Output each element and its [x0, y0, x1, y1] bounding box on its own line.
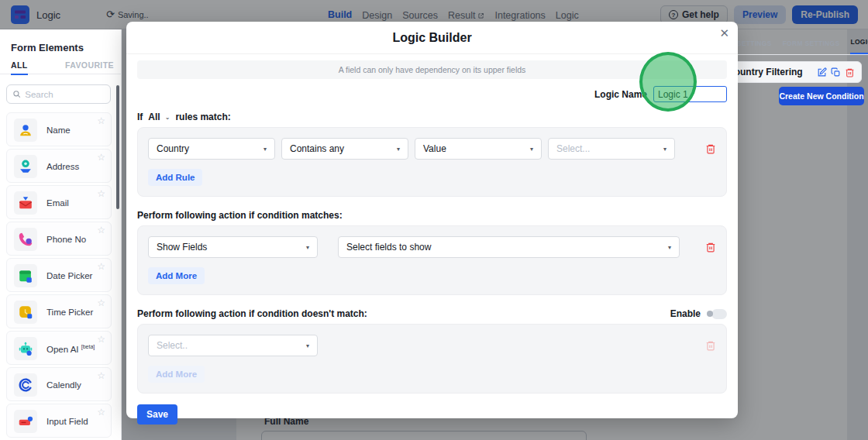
robot-icon [17, 340, 34, 357]
chevron-down-icon: ▾ [663, 146, 666, 153]
match-type-select[interactable]: All ⌄ [148, 112, 170, 122]
favourite-star-icon[interactable]: ☆ [97, 334, 105, 345]
tab-logic-settings[interactable]: LOGIC [850, 38, 868, 54]
chevron-down-icon: ▾ [668, 244, 671, 251]
create-new-condition-button[interactable]: Create New Condition [779, 87, 864, 105]
logic-name-input[interactable] [653, 86, 727, 102]
sidebar-search-box [6, 84, 111, 104]
enable-label: Enable [670, 308, 701, 319]
sidebar-scrollbar[interactable] [116, 85, 119, 209]
sidebar-title: Form Elements [11, 42, 84, 53]
no-match-action-container: Select.. ▾ Add More [137, 324, 727, 394]
favourite-star-icon[interactable]: ☆ [97, 115, 105, 126]
sidebar-tab-favourite[interactable]: FAVOURITE [65, 60, 114, 74]
match-action-container: Show Fields ▾ Select fields to show ▾ Ad… [137, 225, 727, 295]
chevron-down-icon: ▾ [306, 342, 309, 349]
element-item-address[interactable]: Address ☆ [6, 149, 112, 183]
chevron-down-icon: ▾ [306, 244, 309, 251]
input-field-icon [17, 413, 34, 430]
edit-icon[interactable] [817, 67, 827, 77]
app-screen: Logic ⟳ Saving.. Build Design Sources Re… [0, 0, 868, 440]
save-button[interactable]: Save [137, 404, 177, 425]
location-pin-icon [17, 158, 34, 175]
condition-name: Country Filtering [728, 67, 803, 77]
clock-icon [17, 304, 34, 321]
delete-action-button[interactable] [705, 242, 716, 253]
calendly-icon [17, 376, 34, 394]
rules-container: Country ▾ Contains any ▾ Value ▾ Select.… [137, 127, 727, 197]
duplicate-icon[interactable] [831, 67, 841, 77]
element-item-calendly[interactable]: Calendly ☆ [6, 367, 112, 401]
if-label: If [137, 112, 143, 122]
sidebar-element-list: Name ☆ Address ☆ Email ☆ Phone No ☆ Date [6, 112, 112, 440]
add-more-no-match-button[interactable]: Add More [148, 366, 205, 383]
favourite-star-icon[interactable]: ☆ [97, 225, 105, 235]
search-input[interactable] [25, 90, 105, 99]
condition-match-row: If All ⌄ rules match: [137, 112, 727, 122]
sidebar-tab-all[interactable]: ALL [11, 60, 28, 75]
favourite-star-icon[interactable]: ☆ [97, 152, 105, 163]
delete-icon[interactable] [845, 67, 855, 77]
no-match-action-select[interactable]: Select.. ▾ [148, 335, 318, 356]
envelope-icon [17, 194, 34, 211]
rule-value-type-select[interactable]: Value ▾ [415, 138, 542, 160]
element-item-name[interactable]: Name ☆ [6, 112, 112, 146]
rules-match-label: rules match: [175, 112, 230, 122]
tab-form-settings[interactable]: FORM SETTINGS [783, 40, 840, 54]
add-rule-button[interactable]: Add Rule [148, 169, 202, 186]
modal-title: Logic Builder [126, 22, 738, 45]
logic-condition-card: Country Filtering [719, 61, 862, 83]
favourite-star-icon[interactable]: ☆ [97, 188, 105, 199]
favourite-star-icon[interactable]: ☆ [97, 407, 105, 418]
delete-no-match-action-button[interactable] [705, 340, 716, 351]
sidebar-tabs: ALL FAVOURITE [0, 60, 122, 74]
trash-icon [705, 242, 716, 253]
rule-value-select[interactable]: Select... ▾ [548, 138, 675, 160]
trash-icon [705, 143, 716, 154]
phone-icon [17, 231, 34, 248]
chevron-down-icon: ▾ [397, 146, 400, 153]
form-elements-sidebar: Form Elements ALL FAVOURITE Name ☆ Addre… [0, 29, 122, 440]
person-icon [17, 122, 34, 139]
rule-field-select[interactable]: Country ▾ [148, 138, 275, 160]
element-item-input-field[interactable]: Input Field ☆ [6, 404, 112, 438]
element-item-open-ai[interactable]: Open AI [beta] ☆ [6, 331, 112, 365]
chevron-down-icon: ⌄ [165, 114, 170, 121]
chevron-down-icon: ▾ [264, 146, 267, 153]
element-item-time-picker[interactable]: Time Picker ☆ [6, 294, 112, 328]
logic-builder-modal: ✕ Logic Builder A field can only have de… [126, 22, 738, 418]
element-item-email[interactable]: Email ☆ [6, 185, 112, 219]
dependency-info-banner: A field can only have dependency on its … [137, 60, 727, 79]
close-icon[interactable]: ✕ [719, 26, 729, 40]
add-more-action-button[interactable]: Add More [148, 267, 205, 284]
action-fields-select[interactable]: Select fields to show ▾ [338, 236, 680, 258]
rule-operator-select[interactable]: Contains any ▾ [281, 138, 408, 160]
favourite-star-icon[interactable]: ☆ [97, 297, 105, 308]
enable-toggle[interactable] [707, 309, 727, 319]
beta-badge: [beta] [81, 344, 95, 349]
chevron-down-icon: ▾ [530, 146, 533, 153]
favourite-star-icon[interactable]: ☆ [97, 261, 105, 272]
element-item-date-picker[interactable]: Date Picker ☆ [6, 258, 112, 292]
element-item-phone-no[interactable]: Phone No ☆ [6, 222, 112, 256]
calendar-icon [17, 267, 34, 284]
match-action-label: Perform following action if condition ma… [137, 210, 727, 221]
delete-rule-button[interactable] [705, 143, 716, 154]
logic-name-label: Logic Name [594, 89, 647, 100]
action-type-select[interactable]: Show Fields ▾ [148, 236, 318, 258]
no-match-action-label: Perform following action if condition do… [137, 308, 367, 319]
favourite-star-icon[interactable]: ☆ [97, 370, 105, 381]
trash-icon [705, 340, 716, 351]
search-icon [12, 89, 21, 99]
